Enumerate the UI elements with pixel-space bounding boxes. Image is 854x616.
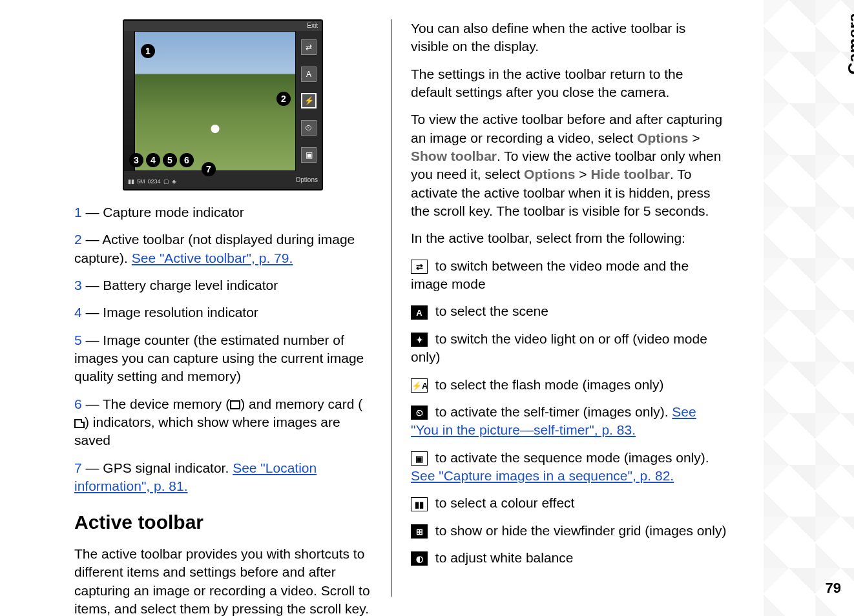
page-number: 79 (826, 580, 841, 597)
callout-6: 6 (180, 153, 194, 167)
right-p3: To view the active toolbar before and af… (411, 110, 727, 220)
legend-6-num: 6 (74, 396, 82, 411)
legend-1: 1 — Capture mode indicator (74, 203, 371, 221)
grid-text: to show or hide the viewfinder grid (ima… (432, 523, 726, 538)
toolbar-scene-icon: A (301, 67, 317, 82)
camera-viewfinder-screenshot: Exit ⇄ A ⚡ ⏲ ▣ Options ▮▮ 5M 0234 ▢ (123, 19, 323, 190)
camera-topbar: Exit (124, 21, 322, 31)
toolbar-row-grid: ⊞ to show or hide the viewfinder grid (i… (411, 522, 727, 540)
legend-1-text: — Capture mode indicator (82, 205, 244, 220)
legend-3: 3 — Battery charge level indicator (74, 276, 371, 294)
side-tab: Camera 79 (809, 0, 854, 616)
legend-4: 4 — Image resolution indicator (74, 303, 371, 322)
toolbar-selftimer-icon: ⏲ (301, 120, 317, 136)
video-light-icon: ✦ (411, 333, 428, 347)
manual-page: Exit ⇄ A ⚡ ⏲ ▣ Options ▮▮ 5M 0234 ▢ (0, 0, 854, 616)
sequence-mode-icon: ▣ (411, 451, 428, 466)
toolbar-row-switch-mode: ⇄ to switch between the video mode and t… (411, 257, 727, 294)
grid-icon: ⊞ (411, 524, 428, 539)
legend-7-text: — GPS signal indicator. (82, 460, 233, 475)
toolbar-sequence-icon: ▣ (301, 147, 317, 163)
video-light-text: to switch the video light on or off (vid… (411, 331, 707, 364)
show-toolbar-label: Show toolbar (411, 149, 497, 163)
callout-1: 1 (141, 44, 155, 58)
toolbar-flash-icon: ⚡ (301, 93, 317, 108)
legend-3-text: — Battery charge level indicator (82, 278, 278, 293)
self-timer-icon: ⏲ (411, 406, 428, 420)
options-label: Options (296, 176, 318, 183)
legend-2-link[interactable]: See "Active toolbar", p. 79. (132, 251, 293, 265)
gt-1: > (689, 130, 700, 145)
sequence-mode-text: to activate the sequence mode (images on… (432, 450, 709, 465)
battery-icon: ▮▮ (128, 178, 134, 185)
toolbar-row-selftimer: ⏲ to activate the self-timer (images onl… (411, 403, 727, 440)
sequence-mode-link[interactable]: See "Capture images in a sequence", p. 8… (411, 468, 674, 483)
options-label-2: Options (524, 167, 575, 181)
section-heading-active-toolbar: Active toolbar (74, 509, 371, 536)
camera-active-toolbar: ⇄ A ⚡ ⏲ ▣ (296, 31, 322, 171)
memory-card-icon (74, 419, 85, 428)
legend-6: 6 — The device memory () and memory card… (74, 395, 371, 450)
exit-label: Exit (307, 22, 318, 29)
toolbar-row-color-effect: ▮▮ to select a colour effect (411, 494, 727, 512)
flash-mode-text: to select the flash mode (images only) (432, 377, 664, 392)
active-toolbar-intro: The active toolbar provides you with sho… (74, 545, 371, 616)
scene-icon: A (411, 305, 428, 320)
toolbar-row-sequence: ▣ to activate the sequence mode (images … (411, 449, 727, 486)
right-column: You can also define when the active tool… (391, 19, 740, 597)
callout-2: 2 (276, 92, 291, 106)
camera-viewfinder-image (134, 31, 296, 171)
left-column: Exit ⇄ A ⚡ ⏲ ▣ Options ▮▮ 5M 0234 ▢ (74, 19, 391, 597)
legend-2: 2 — Active toolbar (not displayed during… (74, 231, 371, 267)
legend-4-num: 4 (74, 305, 82, 320)
memory-icon: ▢ (163, 178, 169, 185)
legend-5-num: 5 (74, 333, 82, 347)
legend-1-num: 1 (74, 205, 82, 220)
right-p2: The settings in the active toolbar retur… (411, 65, 727, 102)
flash-mode-icon: ⚡A (411, 378, 428, 393)
legend-5-text: — Image counter (the estimated number of… (74, 333, 364, 384)
legend-7: 7 — GPS signal indicator. See "Location … (74, 459, 371, 496)
resolution-icon: 5M (137, 178, 145, 185)
image-counter: 0234 (148, 178, 161, 185)
legend-4-text: — Image resolution indicator (82, 305, 258, 320)
legend-2-num: 2 (74, 232, 82, 247)
toolbar-row-flash: ⚡A to select the flash mode (images only… (411, 376, 727, 394)
gt-2: > (575, 167, 590, 181)
toolbar-switch-mode-icon: ⇄ (301, 39, 317, 55)
device-memory-icon (230, 400, 240, 409)
legend-6-pre: — The device memory ( (82, 396, 231, 411)
options-label-1: Options (637, 130, 688, 145)
gps-icon: ◈ (172, 178, 176, 185)
side-tab-label: Camera (844, 13, 854, 74)
self-timer-text: to activate the self-timer (images only)… (432, 404, 672, 419)
callout-7: 7 (202, 162, 216, 176)
toolbar-row-scene: A to select the scene (411, 302, 727, 320)
color-effect-icon: ▮▮ (411, 497, 428, 511)
legend-3-num: 3 (74, 278, 82, 293)
toolbar-row-video-light: ✦ to switch the video light on or off (v… (411, 330, 727, 367)
hide-toolbar-label: Hide toolbar (590, 167, 670, 181)
legend-6-post: ) indicators, which show where images ar… (74, 415, 340, 447)
white-balance-icon: ◐ (411, 551, 428, 566)
callout-4: 4 (146, 153, 160, 167)
callout-3: 3 (129, 153, 143, 167)
legend-7-num: 7 (74, 460, 82, 475)
switch-mode-text: to switch between the video mode and the… (411, 258, 689, 291)
legend-5: 5 — Image counter (the estimated number … (74, 331, 371, 386)
scene-text: to select the scene (432, 303, 548, 318)
content-columns: Exit ⇄ A ⚡ ⏲ ▣ Options ▮▮ 5M 0234 ▢ (0, 0, 809, 616)
right-p1: You can also define when the active tool… (411, 19, 727, 56)
switch-mode-icon: ⇄ (411, 260, 428, 274)
right-p4: In the active toolbar, select from the f… (411, 229, 727, 247)
legend-6-mid: ) and memory card ( (240, 396, 362, 411)
color-effect-text: to select a colour effect (432, 495, 574, 510)
toolbar-row-white-balance: ◐ to adjust white balance (411, 549, 727, 567)
white-balance-text: to adjust white balance (432, 550, 573, 565)
callout-5: 5 (163, 153, 177, 167)
camera-status-row: ▮▮ 5M 0234 ▢ ◈ (128, 178, 176, 185)
